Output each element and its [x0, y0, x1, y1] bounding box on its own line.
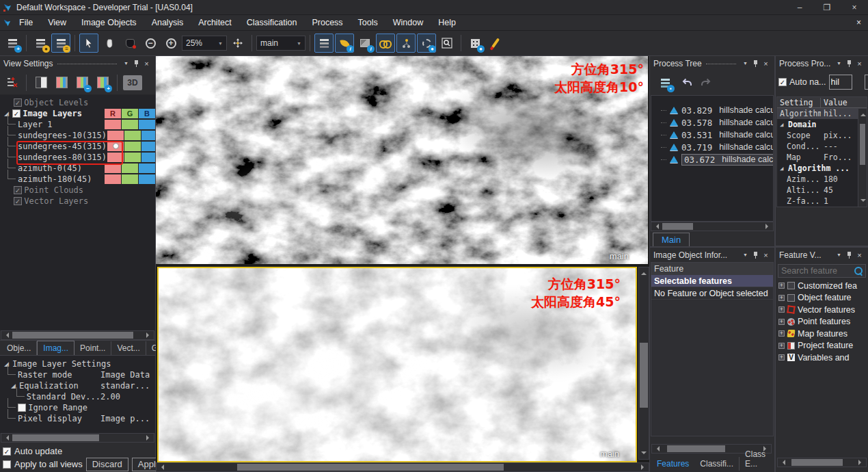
- modify-project-button[interactable]: ●: [31, 34, 50, 53]
- threed-button[interactable]: 3D: [123, 75, 142, 90]
- tab-vector-layers[interactable]: Vect...: [111, 341, 146, 355]
- pin-icon[interactable]: [752, 60, 759, 68]
- menu-file[interactable]: File: [12, 15, 40, 31]
- feature-search-box[interactable]: [778, 264, 866, 278]
- expand-icon[interactable]: +: [778, 343, 785, 349]
- process-item[interactable]: 03.531hillshade calcu: [651, 129, 773, 141]
- checkbox[interactable]: ✓: [14, 186, 22, 194]
- property-row[interactable]: Scopepix...: [777, 130, 867, 141]
- menu-process[interactable]: Process: [304, 15, 350, 31]
- workspace-grid-button[interactable]: ●: [465, 34, 485, 53]
- tree-item-vector-layers[interactable]: ✓ Vector Layers: [0, 196, 155, 207]
- object-mean-view-button[interactable]: i: [355, 34, 375, 53]
- expand-icon[interactable]: +: [778, 354, 785, 360]
- menu-classification[interactable]: Classification: [239, 15, 305, 31]
- tab-features[interactable]: Features: [651, 457, 694, 471]
- ils-row-ignore-range[interactable]: Ignore Range: [0, 402, 155, 413]
- ils-row[interactable]: Raster mode Image Data: [0, 369, 155, 380]
- restore-button[interactable]: ❐: [813, 0, 841, 14]
- close-icon[interactable]: ×: [761, 60, 771, 68]
- tree-item-image-layers[interactable]: ◢✓ Image Layers R G B: [0, 108, 155, 119]
- new-project-button[interactable]: +: [3, 34, 22, 53]
- tab-class-evaluation[interactable]: Class E...: [740, 447, 774, 471]
- ils-root[interactable]: ◢ Image Layer Settings: [0, 358, 155, 369]
- property-group[interactable]: ◢ Algorithm ...: [777, 163, 867, 174]
- property-row[interactable]: MapFro...: [777, 152, 867, 163]
- hillshade-view-top[interactable]: 方位角315° 太阳高度角10° main: [156, 56, 648, 264]
- feature-item[interactable]: + V Variables and: [776, 352, 868, 364]
- menu-tools[interactable]: Tools: [351, 15, 385, 31]
- process-item[interactable]: 03.829hillshade calcu: [651, 104, 773, 116]
- expand-icon[interactable]: +: [778, 330, 785, 337]
- edit-layer-mixing-button[interactable]: [3, 74, 21, 92]
- property-row[interactable]: Algorithmhil...: [777, 108, 867, 119]
- chevron-down-icon[interactable]: ▼: [740, 61, 750, 66]
- tab-object-levels[interactable]: Obje...: [1, 341, 37, 355]
- expander-icon[interactable]: ◢: [777, 165, 785, 172]
- zoom-in-button[interactable]: +: [161, 34, 180, 53]
- select-cursor-button[interactable]: [79, 34, 98, 53]
- chevron-down-icon[interactable]: ▼: [834, 252, 844, 257]
- property-row[interactable]: Cond...---: [777, 141, 867, 152]
- feature-item[interactable]: + Object feature: [776, 292, 868, 304]
- ils-row[interactable]: Standard Dev... 2.00: [0, 391, 155, 402]
- process-item-selected[interactable]: 03.672hillshade calcu: [651, 153, 773, 166]
- feature-item[interactable]: + Customized fea: [776, 280, 868, 292]
- feature-view-hscrollbar[interactable]: [777, 458, 867, 467]
- chevron-down-icon[interactable]: ▼: [834, 61, 844, 66]
- expander-icon[interactable]: ◢: [777, 121, 785, 128]
- save-process-button[interactable]: ▪: [655, 73, 675, 92]
- tree-item-object-levels[interactable]: ✓ Object Levels: [0, 97, 155, 108]
- develop-view-button[interactable]: ●: [417, 34, 436, 53]
- object-hierarchy-button[interactable]: [396, 34, 416, 53]
- single-layer-grayscale-button[interactable]: [32, 74, 50, 92]
- zoom-out-button[interactable]: −: [141, 34, 160, 53]
- zoom-preview-button[interactable]: [437, 34, 457, 53]
- property-row[interactable]: Azim...180: [777, 174, 867, 185]
- pin-icon[interactable]: [752, 251, 759, 259]
- navigate-button[interactable]: [228, 34, 247, 53]
- undo-icon[interactable]: [681, 77, 693, 88]
- ils-hscrollbar[interactable]: [1, 433, 154, 443]
- expand-icon[interactable]: +: [778, 283, 785, 289]
- auto-update-checkbox[interactable]: ✓: [3, 447, 11, 456]
- checkbox[interactable]: [18, 404, 26, 412]
- shift-layer-up-button[interactable]: +: [94, 74, 111, 92]
- process-item[interactable]: 03.719hillshade calcu: [651, 141, 773, 153]
- clipped-button[interactable]: [865, 75, 868, 90]
- process-tree-hscrollbar[interactable]: [651, 222, 774, 231]
- three-layer-mix-button[interactable]: [53, 74, 70, 92]
- view-hscrollbar[interactable]: [156, 462, 649, 472]
- ils-row[interactable]: Pixel display Image p...: [0, 413, 155, 424]
- close-icon[interactable]: ×: [761, 251, 771, 259]
- checkbox[interactable]: ✓: [14, 197, 22, 205]
- menu-view[interactable]: View: [40, 15, 74, 31]
- view-settings-button[interactable]: [314, 34, 334, 53]
- expand-icon[interactable]: +: [778, 295, 785, 301]
- properties-vscrollbar[interactable]: [858, 109, 867, 207]
- chevron-down-icon[interactable]: ▼: [121, 61, 131, 66]
- search-input[interactable]: [781, 266, 854, 276]
- layer-row[interactable]: azimuth-180(45): [0, 174, 155, 185]
- property-row[interactable]: Z-fa...1: [777, 196, 867, 207]
- pixel-view-button[interactable]: i: [335, 34, 354, 53]
- apply-all-views-checkbox[interactable]: [3, 460, 11, 469]
- map-select[interactable]: main ▼: [256, 36, 306, 51]
- tab-point-clouds[interactable]: Point...: [74, 341, 111, 355]
- menu-help[interactable]: Help: [431, 15, 463, 31]
- minimize-button[interactable]: –: [786, 0, 813, 14]
- layer-row[interactable]: sundegrees-10(315): [0, 130, 155, 141]
- pan-hand-button[interactable]: [100, 34, 119, 53]
- pin-icon[interactable]: [846, 60, 852, 68]
- property-group[interactable]: ◢ Domain: [777, 119, 867, 130]
- menu-architect[interactable]: Architect: [191, 15, 239, 31]
- hillshade-view-bottom-active[interactable]: 方位角315° 太阳高度角45° main: [157, 267, 637, 462]
- tab-main[interactable]: Main: [653, 233, 690, 246]
- menu-window[interactable]: Window: [385, 15, 431, 31]
- redo-icon[interactable]: [700, 77, 711, 88]
- close-icon[interactable]: ×: [854, 60, 865, 68]
- close-icon[interactable]: ×: [854, 251, 865, 259]
- process-name-input[interactable]: [829, 75, 852, 90]
- manual-editing-button[interactable]: [486, 34, 505, 53]
- layer-row[interactable]: sundegrees-80(315): [0, 152, 155, 163]
